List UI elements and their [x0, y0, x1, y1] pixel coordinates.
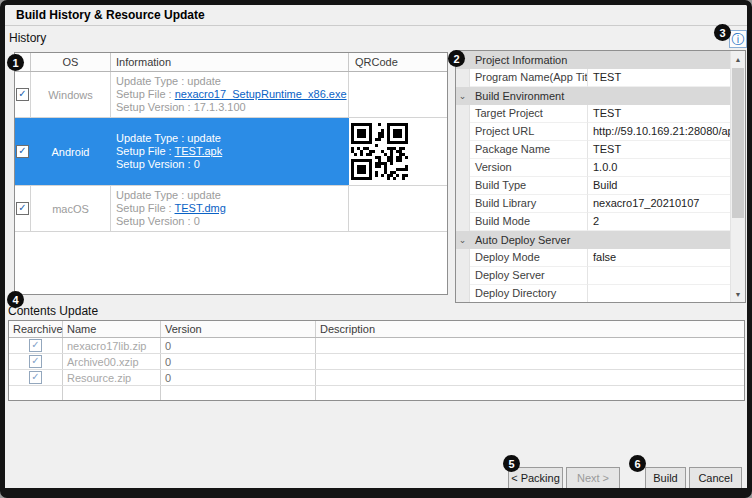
annotation-4: 4 — [7, 291, 24, 308]
next-button[interactable]: Next > — [566, 467, 620, 489]
section-label: Project Information — [470, 51, 730, 69]
section-label: Auto Deploy Server — [470, 231, 730, 249]
build-button[interactable]: Build — [645, 467, 686, 489]
content-version: 0 — [161, 354, 316, 369]
property-row-build-type[interactable]: Build Type Build — [456, 177, 730, 195]
property-value[interactable]: http://59.10.169.21:28080/appbuil — [588, 123, 730, 141]
row-checkbox[interactable]: ✓ — [16, 145, 29, 158]
contents-row-archive00[interactable]: ✓ Archive00.xzip 0 — [9, 354, 744, 370]
scroll-down-icon[interactable]: ▼ — [731, 286, 745, 302]
content-description — [316, 338, 744, 353]
content-name: nexacro17lib.zip — [63, 338, 161, 353]
contents-update-table: Rearchive Name Version Description ✓ nex… — [8, 320, 745, 401]
chevron-down-icon: ⌄ — [459, 236, 467, 245]
property-row-deploy-directory[interactable]: Deploy Directory — [456, 285, 730, 302]
property-row-deploy-server[interactable]: Deploy Server — [456, 267, 730, 285]
section-auto-deploy-server[interactable]: ⌄ Auto Deploy Server — [456, 231, 730, 249]
content-name: Resource.zip — [63, 370, 161, 385]
qrcode-cell — [349, 72, 447, 117]
property-row-target-project[interactable]: Target Project TEST — [456, 105, 730, 123]
header-information: Information — [111, 53, 349, 71]
property-row-build-library[interactable]: Build Library nexacro17_20210107 — [456, 195, 730, 213]
rearchive-checkbox[interactable]: ✓ — [29, 371, 42, 384]
title-bar: Build History & Resource Update — [5, 5, 747, 26]
section-project-information[interactable]: Project Information — [456, 51, 730, 69]
content-description — [316, 354, 744, 369]
content-version: 0 — [161, 338, 316, 353]
qr-code-image — [351, 123, 408, 180]
property-row-package-name[interactable]: Package Name TEST — [456, 141, 730, 159]
property-value[interactable]: Build — [588, 177, 730, 195]
property-row-program-name[interactable]: Program Name(App Title) TEST — [456, 69, 730, 87]
property-value[interactable]: TEST — [588, 141, 730, 159]
property-row-project-url[interactable]: Project URL http://59.10.169.21:28080/ap… — [456, 123, 730, 141]
check-icon: ✓ — [31, 340, 39, 350]
header-name: Name — [63, 321, 161, 337]
setup-file-link[interactable]: TEST.dmg — [175, 202, 226, 214]
dialog-window: Build History & Resource Update History … — [0, 0, 752, 498]
content-version: 0 — [161, 370, 316, 385]
vertical-scrollbar[interactable]: ▲ ▼ — [730, 51, 745, 302]
contents-row-nexacro17lib[interactable]: ✓ nexacro17lib.zip 0 — [9, 338, 744, 354]
update-type-text: Update Type : update — [116, 132, 221, 145]
property-grid: Project Information Program Name(App Tit… — [455, 50, 746, 303]
property-row-version[interactable]: Version 1.0.0 — [456, 159, 730, 177]
contents-table-header: Rearchive Name Version Description — [9, 321, 744, 338]
history-row-windows[interactable]: ✓ Windows Update Type : update Setup Fil… — [15, 72, 447, 118]
header-version: Version — [161, 321, 316, 337]
setup-version-text: Setup Version : 17.1.3.100 — [116, 101, 246, 114]
annotation-6: 6 — [629, 455, 646, 472]
check-icon: ✓ — [18, 146, 26, 156]
scrollbar-thumb[interactable] — [732, 68, 744, 218]
annotation-2: 2 — [448, 50, 465, 67]
property-value[interactable]: TEST — [588, 69, 730, 87]
qrcode-cell — [349, 118, 447, 185]
property-value[interactable]: nexacro17_20210107 — [588, 195, 730, 213]
scroll-up-icon[interactable]: ▲ — [731, 51, 745, 67]
contents-row-resource[interactable]: ✓ Resource.zip 0 — [9, 370, 744, 386]
history-section-label: History — [9, 31, 46, 45]
setup-version-text: Setup Version : 0 — [116, 215, 200, 228]
setup-file-link[interactable]: TEST.apk — [175, 145, 223, 157]
property-row-build-mode[interactable]: Build Mode 2 — [456, 213, 730, 231]
check-icon: ✓ — [31, 372, 39, 382]
info-button[interactable]: ⓘ — [729, 30, 747, 48]
rearchive-checkbox[interactable]: ✓ — [29, 355, 42, 368]
row-checkbox[interactable]: ✓ — [16, 202, 29, 215]
property-value[interactable]: 2 — [588, 213, 730, 231]
property-row-deploy-mode[interactable]: Deploy Mode false — [456, 249, 730, 267]
header-qrcode: QRCode — [349, 53, 447, 71]
chevron-down-icon: ⌄ — [459, 92, 467, 101]
update-type-text: Update Type : update — [116, 189, 221, 202]
property-value[interactable] — [588, 267, 730, 285]
update-type-text: Update Type : update — [116, 75, 221, 88]
information-cell: Update Type : update Setup File : TEST.d… — [111, 186, 349, 231]
history-row-macos[interactable]: ✓ macOS Update Type : update Setup File … — [15, 186, 447, 232]
info-icon: ⓘ — [732, 33, 745, 46]
header-description: Description — [316, 321, 744, 337]
section-build-environment[interactable]: ⌄ Build Environment — [456, 87, 730, 105]
information-cell: Update Type : update Setup File : nexacr… — [111, 72, 349, 117]
history-row-android[interactable]: ✓ Android Update Type : update Setup Fil… — [15, 118, 447, 186]
property-value[interactable]: false — [588, 249, 730, 267]
contents-update-label: Contents Update — [8, 304, 98, 318]
os-label: macOS — [31, 186, 111, 231]
property-value[interactable] — [588, 285, 730, 302]
history-table-header: OS Information QRCode — [15, 53, 447, 72]
section-label: Build Environment — [470, 87, 730, 105]
property-value[interactable]: TEST — [588, 105, 730, 123]
qrcode-cell — [349, 186, 447, 231]
content-description — [316, 370, 744, 385]
setup-file-link[interactable]: nexacro17_SetupRuntime_x86.exe — [175, 88, 347, 100]
os-label: Android — [31, 118, 111, 185]
cancel-button[interactable]: Cancel — [689, 467, 742, 489]
property-value[interactable]: 1.0.0 — [588, 159, 730, 177]
rearchive-checkbox[interactable]: ✓ — [29, 339, 42, 352]
setup-file-line: Setup File : nexacro17_SetupRuntime_x86.… — [116, 88, 347, 101]
annotation-3: 3 — [714, 24, 731, 41]
header-os: OS — [31, 53, 111, 71]
row-checkbox[interactable]: ✓ — [16, 88, 29, 101]
os-label: Windows — [31, 72, 111, 117]
history-table-empty-area — [15, 232, 447, 294]
page-title: Build History & Resource Update — [5, 8, 205, 22]
